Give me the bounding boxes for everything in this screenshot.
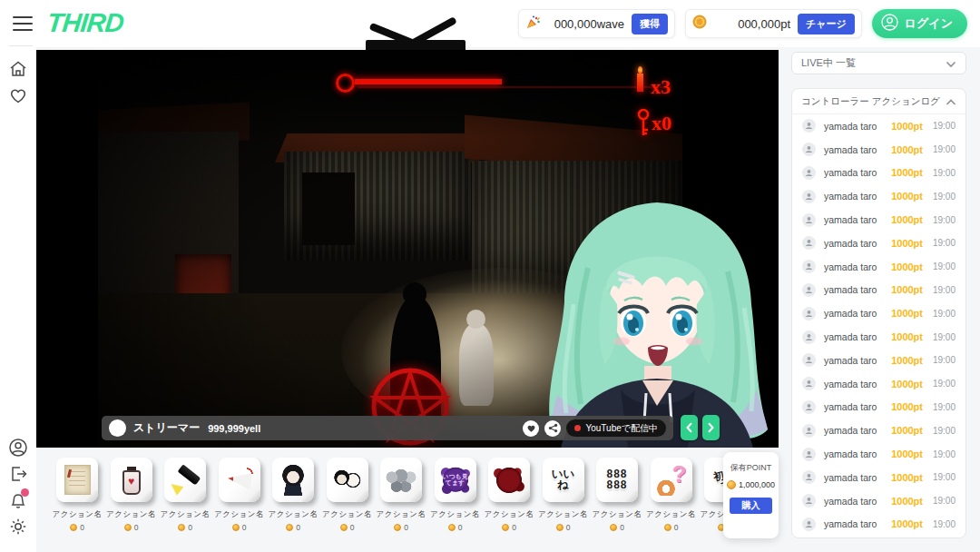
coin-icon bbox=[286, 524, 293, 531]
left-sidebar bbox=[0, 47, 36, 552]
user-avatar-icon bbox=[802, 518, 816, 531]
action-tile-button[interactable] bbox=[56, 458, 98, 502]
coin-icon bbox=[692, 15, 707, 33]
log-entry-row[interactable]: yamada taro 1000pt 19:00 bbox=[792, 489, 965, 513]
action-item[interactable]: いつも見てます アクション名 0 bbox=[435, 458, 476, 532]
action-item[interactable]: いいね アクション名 0 bbox=[543, 458, 584, 532]
like-heart-button[interactable] bbox=[523, 420, 539, 437]
hud-candle-icon bbox=[637, 74, 643, 92]
login-label: ログイン bbox=[905, 15, 953, 32]
log-time: 19:00 bbox=[930, 144, 956, 154]
action-tile-icon bbox=[330, 463, 365, 498]
share-button[interactable] bbox=[544, 420, 561, 437]
log-user-name: yamada taro bbox=[824, 144, 877, 155]
log-entry-row[interactable]: yamada taro 1000pt 19:00 bbox=[792, 279, 965, 302]
action-tile-button[interactable] bbox=[164, 458, 206, 502]
notifications-bell-icon[interactable] bbox=[8, 490, 28, 510]
streamer-avatar[interactable] bbox=[109, 419, 126, 437]
action-tile-icon bbox=[114, 463, 149, 498]
log-user-name: yamada taro bbox=[824, 261, 877, 272]
home-icon[interactable] bbox=[8, 59, 28, 79]
log-entry-row[interactable]: yamada taro 1000pt 19:00 bbox=[792, 442, 965, 466]
log-entry-row[interactable]: yamada taro 1000pt 19:00 bbox=[792, 396, 965, 419]
log-entry-row[interactable]: yamada taro 1000pt 19:00 bbox=[792, 349, 965, 372]
log-entry-row[interactable]: yamada taro 1000pt 19:00 bbox=[792, 513, 965, 537]
action-cost-row: 0 bbox=[610, 523, 624, 532]
log-user-name: yamada taro bbox=[824, 448, 877, 459]
action-item[interactable]: アクション名 0 bbox=[651, 458, 692, 532]
action-item[interactable]: アクション名 0 bbox=[111, 458, 152, 532]
log-entry-row[interactable]: yamada taro 1000pt 19:00 bbox=[792, 162, 965, 185]
action-tile-button[interactable] bbox=[380, 458, 422, 502]
action-log-header[interactable]: コントローラー アクションログ bbox=[792, 89, 965, 114]
action-tile-icon bbox=[654, 463, 689, 498]
action-item[interactable]: アクション名 0 bbox=[219, 458, 260, 532]
action-item[interactable]: アクション名 0 bbox=[327, 458, 368, 532]
log-user-name: yamada taro bbox=[824, 191, 877, 202]
log-entry-row[interactable]: yamada taro 1000pt 19:00 bbox=[792, 466, 965, 489]
next-stream-button[interactable] bbox=[702, 415, 720, 440]
action-item[interactable]: アクション名 0 bbox=[56, 458, 98, 532]
action-name-label: アクション名 bbox=[377, 509, 426, 520]
log-time: 19:00 bbox=[930, 402, 956, 412]
action-tile-button[interactable] bbox=[111, 458, 152, 502]
wave-earn-button[interactable]: 獲得 bbox=[632, 14, 668, 34]
log-points: 1000pt bbox=[891, 355, 923, 366]
logout-icon[interactable] bbox=[8, 464, 28, 484]
action-tile-button[interactable]: いつも見てます bbox=[435, 458, 476, 502]
action-cost-row: 0 bbox=[232, 523, 247, 532]
account-icon[interactable] bbox=[8, 438, 28, 458]
action-cost-value: 0 bbox=[350, 523, 355, 532]
action-cost-value: 0 bbox=[188, 523, 192, 532]
action-item[interactable]: アクション名 0 bbox=[272, 458, 314, 532]
action-cost-value: 0 bbox=[512, 523, 516, 532]
user-avatar-icon bbox=[802, 260, 816, 273]
user-avatar-icon bbox=[802, 213, 816, 227]
action-tile-button[interactable]: いいね bbox=[543, 458, 584, 502]
log-entry-row[interactable]: yamada taro 1000pt 19:00 bbox=[792, 208, 965, 232]
log-entry-row[interactable]: yamada taro 1000pt 19:00 bbox=[792, 184, 965, 208]
favorites-heart-icon[interactable] bbox=[8, 85, 28, 105]
log-entry-row[interactable]: yamada taro 1000pt 19:00 bbox=[792, 138, 965, 162]
charge-button[interactable]: チャージ bbox=[798, 14, 855, 34]
log-entry-row[interactable]: yamada taro 1000pt 19:00 bbox=[792, 372, 965, 396]
log-time: 19:00 bbox=[930, 519, 956, 529]
youtube-live-badge[interactable]: YouTubeで配信中 bbox=[566, 419, 666, 437]
log-entry-row[interactable]: yamada taro 1000pt 19:00 bbox=[792, 325, 965, 349]
hud-health-bar bbox=[355, 79, 502, 84]
brand-logo[interactable]: THIRD bbox=[45, 8, 124, 38]
action-item[interactable]: アクション名 0 bbox=[488, 458, 530, 532]
log-entry-row[interactable]: yamada taro 1000pt 19:00 bbox=[792, 301, 965, 325]
action-item[interactable]: 888888 アクション名 0 bbox=[596, 458, 638, 532]
buy-points-button[interactable]: 購入 bbox=[730, 498, 772, 514]
live-list-dropdown[interactable]: LIVE中 一覧 bbox=[791, 52, 966, 74]
log-entry-row[interactable]: yamada taro 1000pt 19:00 bbox=[792, 114, 965, 138]
settings-gear-icon[interactable] bbox=[8, 517, 28, 537]
action-item[interactable]: アクション名 0 bbox=[380, 458, 422, 532]
action-tile-button[interactable] bbox=[651, 458, 692, 502]
login-button[interactable]: ログイン bbox=[872, 9, 967, 38]
log-user-name: yamada taro bbox=[824, 284, 877, 295]
action-tile-icon bbox=[222, 463, 257, 498]
action-tile-button[interactable] bbox=[327, 458, 368, 502]
log-entry-row[interactable]: yamada taro 1000pt 19:00 bbox=[792, 255, 965, 279]
log-points: 1000pt bbox=[891, 448, 923, 459]
action-item[interactable]: アクション名 0 bbox=[164, 458, 206, 532]
user-avatar-icon bbox=[802, 119, 816, 133]
user-avatar-icon bbox=[802, 470, 816, 484]
hamburger-menu-icon[interactable] bbox=[13, 16, 33, 31]
log-user-name: yamada taro bbox=[824, 355, 877, 366]
action-tile-button[interactable] bbox=[272, 458, 314, 502]
log-user-name: yamada taro bbox=[824, 238, 877, 249]
action-tile-icon bbox=[384, 463, 418, 498]
action-tile-button[interactable]: 888888 bbox=[596, 458, 638, 502]
action-cost-value: 0 bbox=[404, 523, 408, 532]
video-player[interactable]: x3 x0 bbox=[36, 50, 779, 448]
log-user-name: yamada taro bbox=[824, 472, 877, 483]
log-entry-row[interactable]: yamada taro 1000pt 19:00 bbox=[792, 232, 965, 255]
log-entry-row[interactable]: yamada taro 1000pt 19:00 bbox=[792, 419, 965, 442]
action-tile-button[interactable] bbox=[219, 458, 260, 502]
prev-stream-button[interactable] bbox=[681, 415, 698, 440]
action-tile-button[interactable] bbox=[488, 458, 530, 502]
log-user-name: yamada taro bbox=[824, 401, 877, 412]
